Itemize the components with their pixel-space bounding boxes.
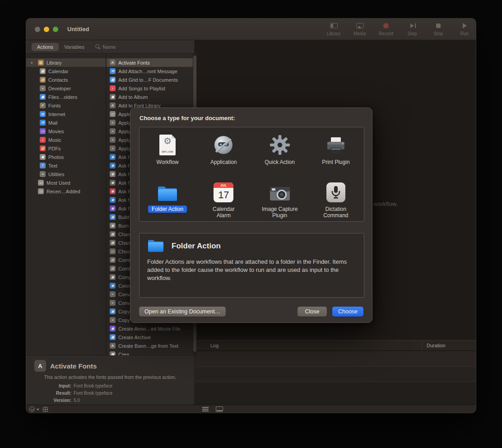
action-icon: ▦ <box>110 231 116 237</box>
action-icon: × <box>110 317 116 323</box>
action-label: Build <box>118 215 129 220</box>
action-icon: ▣ <box>110 274 116 280</box>
grid-view-button[interactable] <box>43 407 48 412</box>
folder-icon <box>157 180 178 202</box>
log-row[interactable] <box>195 367 476 382</box>
action-label: Comb <box>118 266 131 271</box>
sidebar-item[interactable]: ▭ Recen…Added <box>26 187 106 196</box>
sidebar-item[interactable]: ▤ Contacts <box>26 75 106 84</box>
sidebar-item-label: Recen…Added <box>46 189 80 194</box>
sidebar-item[interactable]: F Fonts <box>26 101 106 110</box>
step-icon <box>410 23 414 28</box>
list-view-button[interactable] <box>202 407 209 411</box>
action-icon: ▦ <box>110 240 116 246</box>
action-label: Ask F <box>118 189 131 194</box>
action-icon: ◉ <box>110 171 116 177</box>
action-list-item[interactable]: ▦ Crea <box>107 350 193 355</box>
sidebar-item[interactable]: ▭ Most Used <box>26 178 106 187</box>
search-input[interactable] <box>102 44 134 50</box>
log-row[interactable] <box>195 351 476 367</box>
sidebar-item[interactable]: ▣ Files…olders <box>26 93 106 101</box>
choose-button[interactable]: Choose <box>332 307 363 317</box>
log-column-header[interactable]: Log <box>195 343 422 348</box>
log-panel-toggle-button[interactable] <box>216 406 223 412</box>
tab-variables[interactable]: Variables <box>59 43 90 51</box>
action-label: Chan <box>118 240 130 246</box>
search-box <box>95 44 134 50</box>
action-label: Burn <box>118 223 129 229</box>
action-list-item[interactable]: A Activate Fonts <box>107 58 193 67</box>
open-existing-document-button[interactable]: Open an Existing Document… <box>139 307 226 317</box>
sidebar-item-label: Music <box>48 137 61 143</box>
action-label: Add Grid to…F Documents <box>118 77 178 83</box>
choose-document-type-dialog: Choose a type for your document: ⚙ WFLOW… <box>130 107 372 323</box>
type-description-text: Folder Actions are workflows that are at… <box>139 253 364 283</box>
folder-icon <box>147 239 164 253</box>
zoom-window-button[interactable] <box>53 27 58 32</box>
tab-actions[interactable]: Actions <box>32 43 59 51</box>
action-icon: ▤ <box>110 266 116 271</box>
sidebar-item[interactable]: @ Internet <box>26 110 106 118</box>
toolbar-button[interactable]: Library <box>323 22 344 36</box>
toolbar-button[interactable]: Step <box>402 22 423 36</box>
category-icon: ▤ <box>40 77 46 83</box>
action-icon: A <box>110 343 116 349</box>
sidebar-item[interactable]: ✉ Mail <box>26 118 106 127</box>
type-application[interactable]: Application <box>195 127 251 174</box>
stop-icon <box>436 23 441 28</box>
calendar-icon: JUL 17 <box>214 180 233 202</box>
duration-column-header[interactable]: Duration <box>422 341 476 350</box>
sidebar-item[interactable]: × Developer <box>26 84 106 93</box>
action-icon: ▤ <box>110 257 116 263</box>
type-workflow[interactable]: ⚙ WFLOW Workflow <box>139 127 195 174</box>
sidebar-item[interactable]: ♪ Music <box>26 135 106 144</box>
type-calendar-alarm[interactable]: JUL 17 Calendar Alarm <box>195 174 251 221</box>
sidebar-item[interactable]: ▦ Calendar <box>26 67 106 75</box>
gear-glyph-icon: ⚙ <box>159 135 176 146</box>
category-icon: F <box>40 103 46 108</box>
sidebar-item[interactable]: ▭ Movies <box>26 127 106 135</box>
record-icon <box>383 23 389 28</box>
close-window-button[interactable] <box>35 27 40 32</box>
action-icon: ▣ <box>110 94 116 100</box>
sidebar-item[interactable]: ◉ Photos <box>26 153 106 161</box>
toolbar-button[interactable]: Media <box>349 22 370 36</box>
detail-field: Version: 5.0 <box>26 397 194 404</box>
type-print-plugin[interactable]: Print Plugin <box>308 127 364 174</box>
sidebar-library-items: ▦ Calendar ▤ Contacts × Developer ▣ File… <box>26 67 106 178</box>
type-image-capture-plugin[interactable]: Image Capture Plugin <box>252 174 308 221</box>
action-icon: ◉ <box>110 180 116 186</box>
toolbar-button[interactable]: Run <box>454 22 475 36</box>
action-label: Apply <box>118 129 131 134</box>
action-list-item[interactable]: ▦ Add Grid to…F Documents <box>107 75 193 84</box>
sidebar-item[interactable]: T Text <box>26 161 106 170</box>
category-icon: ✉ <box>40 120 46 126</box>
toolbar-button[interactable]: Stop <box>428 22 449 36</box>
sidebar-item[interactable]: ▤ PDFs <box>26 144 106 153</box>
minimize-window-button[interactable] <box>44 27 49 32</box>
action-icon: × <box>110 137 116 143</box>
folder-icon: ▭ <box>38 180 44 186</box>
action-label: Add Attach…ront Message <box>118 69 177 74</box>
action-icon: ◉ <box>110 188 116 194</box>
toolbar-button[interactable]: Record <box>376 22 396 36</box>
media-popup-button[interactable] <box>29 406 35 412</box>
action-list-item[interactable]: ♪ Add Songs to Playlist <box>107 84 193 93</box>
action-list-item[interactable]: A Create Bann…ge from Text <box>107 341 193 350</box>
sidebar-item[interactable]: × Utilities <box>26 170 106 178</box>
action-list-item[interactable]: ✉ Add Attach…ront Message <box>107 67 193 75</box>
action-list-item[interactable]: ◉ Create Anno…ed Movie File <box>107 324 193 333</box>
action-list-item[interactable]: ▣ Create Archive <box>107 333 193 341</box>
chevron-down-icon[interactable] <box>37 409 39 411</box>
action-icon: × <box>110 145 116 151</box>
action-label: Create Anno…ed Movie File <box>118 326 181 331</box>
sidebar-item-library[interactable]: ▾ ▥ Library <box>26 58 106 67</box>
type-dictation-command[interactable]: Dictation Command <box>308 174 364 221</box>
action-icon: ◉ <box>110 197 116 203</box>
type-quick-action[interactable]: Quick Action <box>252 127 308 174</box>
disclosure-triangle-icon[interactable]: ▾ <box>31 61 35 65</box>
action-list-item[interactable]: ▣ Add to Album <box>107 93 193 101</box>
close-button[interactable]: Close <box>297 307 327 317</box>
type-folder-action[interactable]: Folder Action <box>139 174 195 221</box>
action-label: Crea <box>118 352 129 356</box>
